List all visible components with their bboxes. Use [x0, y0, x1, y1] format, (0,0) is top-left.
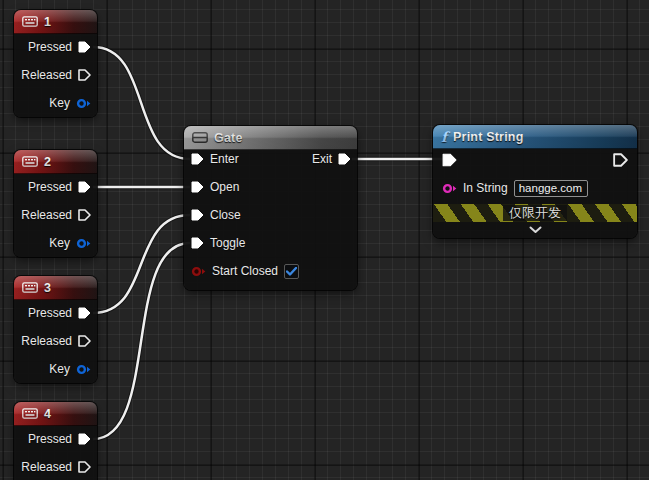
blueprint-canvas[interactable]: 1 Pressed Released Key 2 Pressed: [0, 0, 649, 480]
exec-pin-exit[interactable]: [338, 153, 351, 165]
gate-icon: [192, 132, 208, 143]
pin-label-pressed: Pressed: [28, 432, 72, 446]
node-header[interactable]: f Print String: [433, 125, 637, 149]
pin-label-enter: Enter: [210, 152, 239, 166]
pin-label-start-closed: Start Closed: [212, 264, 278, 278]
node-title: 1: [44, 15, 51, 29]
pin-label-released: Released: [21, 334, 72, 348]
exec-pin-pressed[interactable]: [78, 433, 91, 445]
pin-label-released: Released: [21, 208, 72, 222]
node-title: 2: [44, 155, 51, 169]
exec-pin-toggle[interactable]: [191, 237, 204, 249]
exec-pin-in[interactable]: [442, 153, 457, 167]
key-event-node-4[interactable]: 4 Pressed Released: [14, 402, 97, 480]
pin-label-key: Key: [49, 362, 70, 376]
pin-label-exit: Exit: [312, 152, 332, 166]
node-title: 3: [44, 281, 51, 295]
keyboard-icon: [22, 282, 38, 293]
node-header[interactable]: 1: [14, 10, 97, 34]
wire-key3-to-gate-close: [93, 215, 190, 313]
pin-label-key: Key: [49, 96, 70, 110]
wire-outline: [93, 243, 190, 439]
node-title: Gate: [214, 131, 243, 145]
node-title: Print String: [453, 130, 523, 144]
exec-pin-open[interactable]: [191, 181, 204, 193]
key-data-pin[interactable]: [76, 364, 91, 375]
exec-pin-close[interactable]: [191, 209, 204, 221]
node-title: 4: [44, 407, 51, 421]
pin-label-pressed: Pressed: [28, 180, 72, 194]
keyboard-icon: [22, 408, 38, 419]
exec-pin-released[interactable]: [78, 461, 91, 473]
exec-pin-pressed[interactable]: [78, 181, 91, 193]
chevron-down-icon[interactable]: [529, 226, 542, 234]
keyboard-icon: [22, 16, 38, 27]
wire-outline: [93, 47, 190, 159]
exec-pin-released[interactable]: [78, 69, 91, 81]
exec-pin-pressed[interactable]: [78, 41, 91, 53]
string-data-pin[interactable]: [442, 183, 457, 194]
key-data-pin[interactable]: [76, 238, 91, 249]
pin-label-in-string: In String: [463, 181, 508, 195]
node-header[interactable]: 3: [14, 276, 97, 300]
pin-label-released: Released: [21, 460, 72, 474]
wire-key4-to-gate-toggle: [93, 243, 190, 439]
exec-pin-enter[interactable]: [191, 153, 204, 165]
pin-label-pressed: Pressed: [28, 40, 72, 54]
development-only-text: 仅限开发: [503, 205, 567, 221]
pin-label-toggle: Toggle: [210, 236, 245, 250]
gate-node[interactable]: Gate Enter Exit Open Close Toggle Start …: [184, 126, 357, 290]
pin-label-released: Released: [21, 68, 72, 82]
development-only-banner: 仅限开发: [433, 204, 637, 222]
key-data-pin[interactable]: [76, 98, 91, 109]
check-icon: [286, 267, 297, 276]
key-event-node-1[interactable]: 1 Pressed Released Key: [14, 10, 97, 117]
exec-pin-released[interactable]: [78, 335, 91, 347]
start-closed-checkbox[interactable]: [284, 264, 299, 279]
exec-pin-released[interactable]: [78, 209, 91, 221]
bool-data-pin[interactable]: [191, 266, 206, 277]
pin-label-pressed: Pressed: [28, 306, 72, 320]
keyboard-icon: [22, 156, 38, 167]
node-header[interactable]: 4: [14, 402, 97, 426]
function-icon: f: [441, 130, 447, 144]
wire-outline: [93, 215, 190, 313]
pin-label-key: Key: [49, 236, 70, 250]
exec-pin-pressed[interactable]: [78, 307, 91, 319]
pin-label-close: Close: [210, 208, 241, 222]
wire-key1-to-gate-enter: [93, 47, 190, 159]
key-event-node-3[interactable]: 3 Pressed Released Key: [14, 276, 97, 383]
exec-pin-out[interactable]: [613, 153, 628, 167]
in-string-input[interactable]: [514, 180, 588, 197]
node-header[interactable]: 2: [14, 150, 97, 174]
print-string-node[interactable]: f Print String In String 仅限开发: [433, 125, 637, 238]
pin-label-open: Open: [210, 180, 239, 194]
key-event-node-2[interactable]: 2 Pressed Released Key: [14, 150, 97, 257]
